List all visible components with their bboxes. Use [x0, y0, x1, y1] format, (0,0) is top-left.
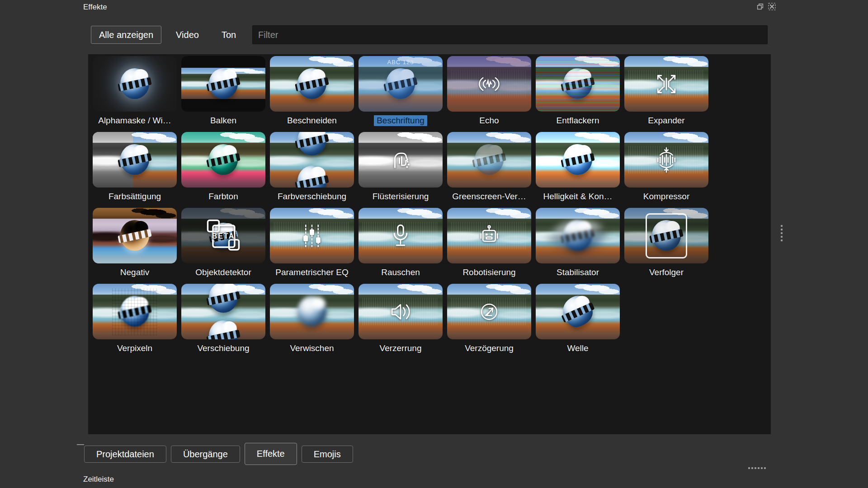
effect-thumbnail [447, 132, 531, 188]
effect-label: Helligkeit & Kon… [543, 191, 612, 202]
effect-thumbnail [447, 208, 531, 263]
thumbnail-tint-overlay [181, 284, 265, 339]
effect-thumbnail [93, 56, 177, 112]
vertical-splitter-handle[interactable] [781, 225, 783, 241]
effect-item-objektdetektor[interactable]: BETA Objektdetektor [179, 208, 268, 284]
thumbnail-tint-overlay [536, 56, 620, 112]
effect-item-helligkeit-kon[interactable]: Helligkeit & Kon… [533, 132, 622, 208]
thumbnail-tint-overlay [536, 132, 620, 188]
effect-label: Alphamaske / Wi… [98, 115, 171, 126]
filter-scope-alle-anzeigen-button[interactable]: Alle anzeigen [91, 26, 161, 44]
effect-label: Verpixeln [117, 343, 152, 354]
effect-item-parametrischer-eq[interactable]: Parametrischer EQ [268, 208, 356, 284]
effect-thumbnail [536, 208, 620, 263]
effect-thumbnail [624, 208, 708, 263]
effect-item-beschneiden[interactable]: Beschneiden [268, 56, 356, 132]
effect-thumbnail [270, 284, 354, 339]
filter-scope-video-button[interactable]: Video [168, 26, 207, 44]
effect-item-negativ[interactable]: Negativ [90, 208, 179, 284]
effect-thumbnail [181, 284, 265, 339]
effect-thumbnail: ABC 123 [359, 56, 443, 112]
thumbnail-tint-overlay [447, 132, 531, 188]
effect-thumbnail [536, 132, 620, 188]
pixelation-overlay [112, 288, 157, 335]
effect-label: Verfolger [649, 267, 684, 278]
tabbar-baseline [77, 444, 84, 445]
effect-item-greenscreen-ver[interactable]: Greenscreen-Ver… [445, 132, 533, 208]
effect-thumbnail [624, 132, 708, 188]
effects-grid: Alphamaske / Wi… Balken [88, 54, 771, 360]
effect-item-verpixeln[interactable]: Verpixeln [90, 284, 179, 360]
expander-arrows-icon [624, 56, 708, 112]
effect-label: Robotisierung [462, 267, 515, 278]
thumbnail-tint-overlay [93, 56, 177, 112]
effect-item-echo[interactable]: Echo [445, 56, 533, 132]
effect-label: Beschneiden [287, 115, 337, 126]
filter-scope-ton-button[interactable]: Ton [213, 26, 244, 44]
effect-item-welle[interactable]: Welle [533, 284, 622, 360]
effects-search-input[interactable] [252, 25, 768, 44]
tab-emojis[interactable]: Emojis [302, 446, 353, 463]
openshot-effects-dock: { "panel": { "title": "Effekte", "window… [0, 0, 868, 488]
speaker-icon [359, 284, 443, 339]
effect-item-balken[interactable]: Balken [179, 56, 268, 132]
tab-effekte[interactable]: Effekte [245, 443, 297, 465]
effect-label: Verzögerung [465, 343, 514, 354]
panel-window-controls [756, 2, 776, 11]
effect-label: Welle [567, 343, 588, 354]
robot-icon [447, 208, 531, 263]
effect-thumbnail [359, 132, 443, 188]
effect-thumbnail [270, 56, 354, 112]
effect-thumbnail: BETA [181, 208, 265, 263]
effect-label: Greenscreen-Ver… [452, 191, 526, 202]
effect-item-entflackern[interactable]: Entflackern [533, 56, 622, 132]
effect-item-rauschen[interactable]: Rauschen [356, 208, 445, 284]
effect-label: Farbsättigung [108, 191, 161, 202]
effect-item-stabilisator[interactable]: Stabilisator [533, 208, 622, 284]
thumbnail-tint-overlay [181, 132, 265, 188]
effect-thumbnail [624, 56, 708, 112]
effect-item-robotisierung[interactable]: Robotisierung [445, 208, 533, 284]
effects-list-panel: Alphamaske / Wi… Balken [88, 54, 771, 434]
thumbnail-overlay-text: ABC 123 [359, 59, 443, 66]
effect-label: Flüsterisierung [373, 191, 429, 202]
effect-thumbnail [93, 132, 177, 188]
effect-thumbnail [359, 284, 443, 339]
effect-item-verwischen[interactable]: Verwischen [268, 284, 356, 360]
effect-item-alphamaske-wi[interactable]: Alphamaske / Wi… [90, 56, 179, 132]
effect-item-verfolger[interactable]: Verfolger [622, 208, 711, 284]
effect-item-verschiebung[interactable]: Verschiebung [179, 284, 268, 360]
effect-label: Rauschen [381, 267, 420, 278]
effect-label: Kompressor [643, 191, 689, 202]
effect-item-farbs-ttigung[interactable]: Farbsättigung [90, 132, 179, 208]
effect-label: Beschriftung [374, 115, 427, 126]
horizontal-splitter-handle[interactable] [748, 467, 766, 469]
effect-label: Stabilisator [557, 267, 599, 278]
thumbnail-tint-overlay [536, 208, 620, 263]
effect-label: Echo [479, 115, 499, 126]
effect-item-fl-sterisierung[interactable]: Flüsterisierung [356, 132, 445, 208]
tracking-rectangle [646, 213, 687, 258]
thumbnail-tint-overlay [270, 56, 354, 112]
eq-sliders-icon [270, 208, 354, 263]
effect-item-expander[interactable]: Expander [622, 56, 711, 132]
effect-thumbnail [359, 208, 443, 263]
thumbnail-tint-overlay [181, 56, 265, 112]
effect-item-beschriftung[interactable]: ABC 123 Beschriftung [356, 56, 445, 132]
tab-berg-nge[interactable]: Übergänge [171, 446, 240, 463]
thumbnail-tint-overlay [270, 132, 354, 188]
tab-projektdateien[interactable]: Projektdateien [84, 446, 166, 463]
dock-tabbar: ProjektdateienÜbergängeEffekteEmojis [84, 443, 353, 465]
thumbnail-overlay-text: BETA [181, 232, 265, 240]
delay-cycle-icon [447, 284, 531, 339]
effect-thumbnail [536, 56, 620, 112]
effect-item-kompressor[interactable]: Kompressor [622, 132, 711, 208]
effect-item-verz-gerung[interactable]: Verzögerung [445, 284, 533, 360]
effect-thumbnail [270, 132, 354, 188]
close-panel-icon[interactable] [768, 2, 776, 11]
effect-item-farbton[interactable]: Farbton [179, 132, 268, 208]
effect-thumbnail [181, 56, 265, 112]
effect-item-verzerrung[interactable]: Verzerrung [356, 284, 445, 360]
float-window-icon[interactable] [756, 2, 764, 11]
effect-item-farbverschiebung[interactable]: Farbverschiebung [268, 132, 356, 208]
